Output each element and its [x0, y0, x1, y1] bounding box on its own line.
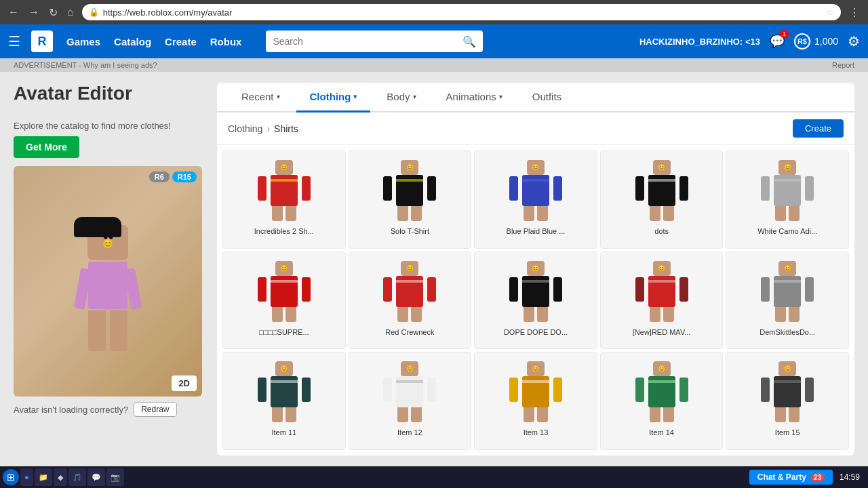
- item-card[interactable]: 😊 DOPE DOPE DO...: [474, 251, 597, 350]
- item-name: DemSkittlesDo...: [730, 328, 844, 336]
- item-name: □□□□SUPRE...: [227, 328, 341, 336]
- item-name: Solo T-Shirt: [353, 227, 467, 235]
- search-input[interactable]: [273, 36, 457, 47]
- settings-icon[interactable]: ⚙: [848, 33, 860, 49]
- item-card[interactable]: 😊 Item 15: [726, 352, 849, 450]
- item-card[interactable]: 😊 DemSkittlesDo...: [726, 251, 849, 350]
- report-link[interactable]: Report: [832, 61, 854, 69]
- roblox-logo[interactable]: R: [31, 30, 53, 52]
- breadcrumb-bar: Clothing › Shirts Create: [217, 113, 854, 145]
- chevron-down-icon: ▾: [277, 93, 280, 100]
- chat-party-label: Chat & Party: [757, 472, 806, 482]
- item-image: 😊: [628, 358, 696, 426]
- games-link[interactable]: Games: [66, 36, 100, 47]
- robux-link[interactable]: Robux: [210, 36, 242, 47]
- item-name: DOPE DOPE DO...: [479, 328, 593, 336]
- breadcrumb: Clothing › Shirts: [228, 123, 298, 134]
- item-image: 😊: [250, 358, 318, 426]
- taskbar-chrome[interactable]: ●: [20, 468, 33, 486]
- page-title: Avatar Editor: [14, 83, 132, 104]
- item-card[interactable]: 😊 Blue Plaid Blue ...: [474, 150, 597, 249]
- tab-animations[interactable]: Animations▾: [433, 83, 516, 113]
- item-card[interactable]: 😊 [New]RED MAV...: [600, 251, 724, 350]
- redraw-button[interactable]: Redraw: [134, 402, 176, 417]
- breadcrumb-current: Shirts: [274, 123, 298, 134]
- item-image: 😊: [628, 258, 696, 325]
- taskbar-item-6[interactable]: 📷: [106, 468, 124, 486]
- item-image: 😊: [250, 258, 318, 325]
- item-card[interactable]: 😊 White Camo Adi...: [726, 150, 849, 249]
- item-card[interactable]: 😊 Item 13: [474, 352, 597, 450]
- start-button[interactable]: ⊞: [3, 469, 19, 485]
- item-image: 😊: [376, 157, 443, 224]
- robux-display: R$ 1,000: [794, 33, 838, 49]
- item-card[interactable]: 😊 Item 12: [349, 352, 472, 450]
- item-name: White Camo Adi...: [730, 227, 844, 235]
- avatar-panel: Avatar Editor Explore the catalog to fin…: [14, 83, 203, 455]
- robux-amount: 1,000: [814, 36, 838, 47]
- avatar-viewport: R6 R15 😊 🕶️: [14, 166, 202, 396]
- navbar: ☰ R Games Catalog Create Robux 🔍 HACKIZI…: [0, 24, 868, 58]
- tab-outfits[interactable]: Outfits: [519, 83, 575, 113]
- item-name: [New]RED MAV...: [605, 328, 719, 336]
- item-name: Item 14: [605, 428, 719, 436]
- tab-body[interactable]: Body▾: [373, 83, 429, 113]
- forward-button[interactable]: →: [26, 5, 42, 20]
- chat-party-button[interactable]: Chat & Party 23: [749, 470, 833, 485]
- r15-badge[interactable]: R15: [172, 171, 197, 182]
- r6-badge[interactable]: R6: [149, 171, 170, 182]
- top-section: Avatar Editor: [14, 83, 203, 121]
- taskbar-roblox[interactable]: ◆: [54, 468, 67, 486]
- item-name: Item 12: [353, 428, 467, 436]
- item-card[interactable]: 😊 Incredibles 2 Sh...: [222, 150, 346, 249]
- item-image: 😊: [628, 157, 696, 224]
- item-image: 😊: [376, 258, 443, 325]
- main-content: Avatar Editor Explore the catalog to fin…: [0, 72, 868, 466]
- 2d-label[interactable]: 2D: [172, 375, 197, 391]
- create-button[interactable]: Create: [793, 119, 844, 138]
- item-image: 😊: [753, 157, 821, 224]
- taskbar-file-explorer[interactable]: 📁: [35, 468, 52, 486]
- item-image: 😊: [250, 157, 318, 224]
- hamburger-menu[interactable]: ☰: [8, 33, 20, 49]
- refresh-button[interactable]: ↻: [46, 5, 60, 20]
- catalog-prompt-row: Explore the catalog to find more clothes…: [14, 121, 203, 158]
- taskbar-icon-6: 📷: [111, 473, 120, 482]
- back-button[interactable]: ←: [5, 5, 22, 20]
- bookmark-icon[interactable]: ☆: [826, 7, 834, 18]
- item-card[interactable]: 😊 □□□□SUPRE...: [222, 251, 346, 350]
- home-button[interactable]: ⌂: [64, 5, 77, 20]
- avatar-status-row: Avatar isn't loading correctly? Redraw: [14, 402, 203, 417]
- item-image: 😊: [376, 358, 443, 426]
- item-card[interactable]: 😊 Item 11: [222, 352, 346, 450]
- browser-menu-icon[interactable]: ⋮: [846, 5, 863, 20]
- chat-icon-button[interactable]: 💬 1: [770, 34, 785, 49]
- catalog-link[interactable]: Catalog: [114, 36, 151, 47]
- item-card[interactable]: 😊 Item 14: [600, 352, 724, 450]
- item-card[interactable]: 😊 dots: [600, 150, 724, 249]
- roblox-taskbar-icon: ◆: [58, 473, 63, 482]
- search-icon[interactable]: 🔍: [462, 35, 476, 48]
- browser-controls: ← → ↻ ⌂: [5, 5, 77, 20]
- avatar-status-text: Avatar isn't loading correctly?: [14, 405, 128, 415]
- breadcrumb-parent[interactable]: Clothing: [228, 123, 262, 134]
- taskbar-icon-5: 💬: [92, 473, 101, 482]
- ad-text: ADVERTISEMENT - Why am I seeing ads?: [14, 61, 157, 69]
- item-image: 😊: [753, 358, 821, 426]
- item-name: Incredibles 2 Sh...: [227, 227, 341, 235]
- item-card[interactable]: 😊 Solo T-Shirt: [349, 150, 472, 249]
- item-card[interactable]: 😊 Red Crewneck: [349, 251, 472, 350]
- ad-bar: ADVERTISEMENT - Why am I seeing ads? Rep…: [0, 58, 868, 72]
- taskbar: ⊞ ● 📁 ◆ 🎵 💬 📷 Chat & Party 23 14:59: [0, 466, 868, 488]
- taskbar-item-4[interactable]: 🎵: [68, 468, 86, 486]
- search-bar[interactable]: 🔍: [266, 30, 483, 52]
- create-link[interactable]: Create: [165, 36, 197, 47]
- item-name: Blue Plaid Blue ...: [479, 227, 593, 235]
- tab-clothing[interactable]: Clothing▾: [296, 83, 371, 113]
- tab-recent[interactable]: Recent▾: [228, 83, 294, 113]
- taskbar-item-5[interactable]: 💬: [87, 468, 105, 486]
- taskbar-right: Chat & Party 23 14:59: [749, 470, 865, 485]
- get-more-button[interactable]: Get More: [14, 136, 79, 158]
- address-bar[interactable]: 🔒 https://web.roblox.com/my/avatar ☆: [82, 4, 841, 20]
- editor-tabs: Recent▾ Clothing▾ Body▾ Animations▾ Outf…: [217, 83, 854, 113]
